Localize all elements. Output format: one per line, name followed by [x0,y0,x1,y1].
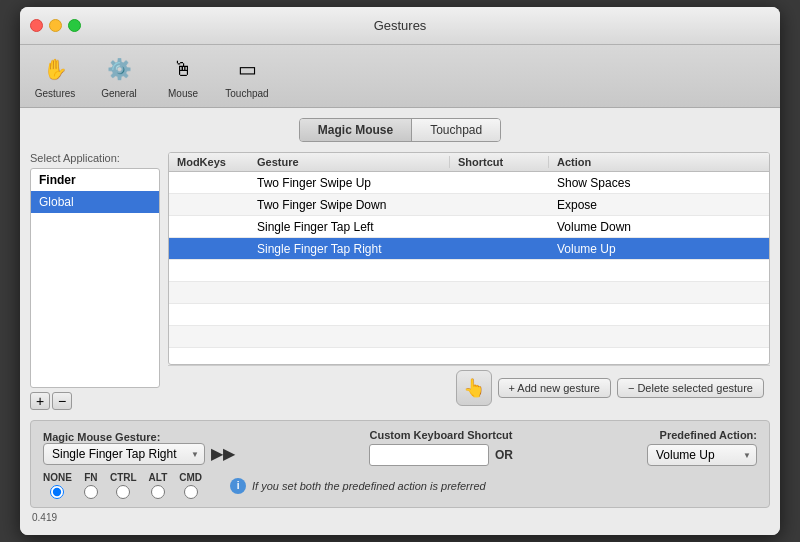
toolbar: ✋ Gestures ⚙️ General 🖱 Mouse ▭ Touchpad [20,45,780,108]
sidebar-header: Select Application: [30,152,160,164]
table-row[interactable] [169,326,769,348]
predefined-select-wrapper: Volume UpVolume DownShow SpacesExpose ▼ [647,444,757,466]
mod-label-fn: FN [84,472,97,483]
table-body: Two Finger Swipe Up Show Spaces Two Fing… [169,172,769,357]
cell-gesture: Two Finger Swipe Down [249,198,449,212]
predefined-select[interactable]: Volume UpVolume DownShow SpacesExpose [647,444,757,466]
gesture-table: ModKeys Gesture Shortcut Action Two Fing… [168,152,770,365]
custom-shortcut-section: Custom Keyboard Shortcut OR [245,429,637,466]
header-modkeys: ModKeys [169,156,249,168]
cell-action: Expose [549,198,769,212]
content-area: Magic Mouse Touchpad Select Application:… [20,108,780,535]
touchpad-icon: ▭ [231,53,263,85]
mod-radio-ctrl[interactable] [116,485,130,499]
tab-magic-mouse[interactable]: Magic Mouse [300,119,412,141]
mod-radio-cmd[interactable] [184,485,198,499]
cell-gesture: Single Finger Tap Left [249,220,449,234]
info-text: If you set both the predefined action is… [252,480,486,492]
cell-gesture: Single Finger Tap Right [249,242,449,256]
toolbar-label-gestures: Gestures [35,88,76,99]
remove-app-button[interactable]: − [52,392,72,410]
mod-key-fn: FN [84,472,98,499]
mod-key-ctrl: CTRL [110,472,137,499]
bottom-controls: Magic Mouse Gesture: Single Finger Tap R… [30,420,770,508]
sidebar-item-global[interactable]: Global [31,191,159,213]
tabs-container: Magic Mouse Touchpad [299,118,501,142]
mod-label-ctrl: CTRL [110,472,137,483]
gesture-select[interactable]: Single Finger Tap RightSingle Finger Tap… [43,443,205,465]
table-row[interactable]: Two Finger Swipe Down Expose [169,194,769,216]
toolbar-item-touchpad[interactable]: ▭ Touchpad [222,53,272,99]
table-row[interactable]: Single Finger Tap Left Volume Down [169,216,769,238]
info-icon: i [230,478,246,494]
arrows-icon: ▶▶ [211,444,235,463]
gestures-icon: ✋ [39,53,71,85]
predefined-label: Predefined Action: [660,429,757,441]
gesture-selector-label: Magic Mouse Gesture: [43,431,235,443]
info-row: i If you set both the predefined action … [230,478,757,494]
tab-bar: Magic Mouse Touchpad [30,118,770,142]
table-row[interactable]: Two Finger Swipe Up Show Spaces [169,172,769,194]
mod-radio-none[interactable] [50,485,64,499]
table-header: ModKeys Gesture Shortcut Action [169,153,769,172]
gesture-selector-section: Magic Mouse Gesture: Single Finger Tap R… [43,431,235,465]
mod-label-cmd: CMD [179,472,202,483]
gesture-thumb: 👆 [456,370,492,406]
or-label: OR [495,448,513,462]
custom-shortcut-label: Custom Keyboard Shortcut [369,429,512,441]
table-area: ModKeys Gesture Shortcut Action Two Fing… [168,152,770,410]
mod-radio-fn[interactable] [84,485,98,499]
sidebar-item-finder[interactable]: Finder [31,169,159,191]
table-row[interactable] [169,260,769,282]
close-button[interactable] [30,19,43,32]
custom-shortcut-input[interactable] [369,444,489,466]
predefined-section: Predefined Action: Volume UpVolume DownS… [647,429,757,466]
traffic-lights [30,19,81,32]
toolbar-label-general: General [101,88,137,99]
table-row[interactable] [169,282,769,304]
cell-action: Volume Down [549,220,769,234]
modifier-keys: NONE FN CTRL ALT CMD [43,472,202,499]
general-icon: ⚙️ [103,53,135,85]
table-footer: 👆 + Add new gesture − Delete selected ge… [168,365,770,410]
add-gesture-button[interactable]: + Add new gesture [498,378,611,398]
mouse-icon: 🖱 [167,53,199,85]
header-action: Action [549,156,769,168]
header-gesture: Gesture [249,156,449,168]
tab-touchpad[interactable]: Touchpad [412,119,500,141]
toolbar-item-gestures[interactable]: ✋ Gestures [30,53,80,99]
shortcut-row: OR [369,444,513,466]
cell-gesture: Two Finger Swipe Up [249,176,449,190]
toolbar-label-mouse: Mouse [168,88,198,99]
sidebar-list: Finder Global [30,168,160,388]
bottom-row1: Magic Mouse Gesture: Single Finger Tap R… [43,429,757,466]
delete-gesture-button[interactable]: − Delete selected gesture [617,378,764,398]
maximize-button[interactable] [68,19,81,32]
bottom-row2: NONE FN CTRL ALT CMD i If you set both t… [43,472,757,499]
gesture-select-wrap: Single Finger Tap RightSingle Finger Tap… [43,443,235,465]
toolbar-label-touchpad: Touchpad [225,88,268,99]
mod-key-none: NONE [43,472,72,499]
table-row[interactable] [169,304,769,326]
mod-key-alt: ALT [149,472,168,499]
cell-action: Volume Up [549,242,769,256]
toolbar-item-general[interactable]: ⚙️ General [94,53,144,99]
mod-label-alt: ALT [149,472,168,483]
add-app-button[interactable]: + [30,392,50,410]
mod-label-none: NONE [43,472,72,483]
main-window: Gestures ✋ Gestures ⚙️ General 🖱 Mouse ▭… [20,7,780,535]
minimize-button[interactable] [49,19,62,32]
sidebar: Select Application: Finder Global + − [30,152,160,410]
titlebar: Gestures [20,7,780,45]
gesture-select-wrapper: Single Finger Tap RightSingle Finger Tap… [43,443,205,465]
header-shortcut: Shortcut [449,156,549,168]
version-label: 0.419 [30,508,770,525]
window-title: Gestures [374,18,427,33]
cell-action: Show Spaces [549,176,769,190]
toolbar-item-mouse[interactable]: 🖱 Mouse [158,53,208,99]
table-row[interactable]: Single Finger Tap Right Volume Up [169,238,769,260]
mod-radio-alt[interactable] [151,485,165,499]
main-area: Select Application: Finder Global + − Mo… [30,152,770,410]
mod-key-cmd: CMD [179,472,202,499]
sidebar-buttons: + − [30,392,160,410]
